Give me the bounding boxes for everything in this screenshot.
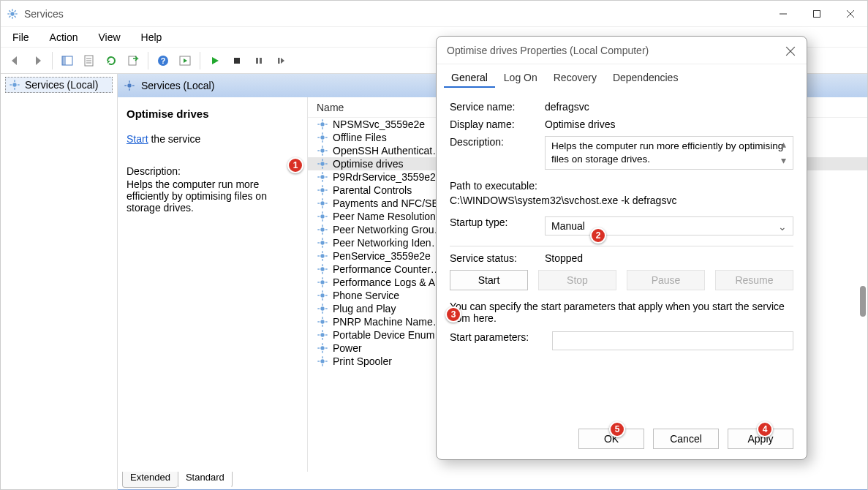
- menu-view[interactable]: View: [95, 30, 123, 45]
- menu-action[interactable]: Action: [47, 30, 81, 45]
- service-name: Optimise drives: [333, 158, 403, 170]
- svg-rect-24: [256, 58, 258, 64]
- service-name: Phone Service: [333, 290, 399, 301]
- annotation-4: 4: [757, 421, 773, 437]
- minimize-button[interactable]: [766, 1, 800, 27]
- svg-point-37: [320, 122, 324, 126]
- annotation-2: 2: [590, 227, 606, 244]
- svg-rect-25: [260, 58, 262, 64]
- forward-button[interactable]: [27, 50, 48, 71]
- pause-service-button[interactable]: [249, 50, 269, 71]
- export-button[interactable]: [123, 50, 143, 71]
- restart-service-button[interactable]: [271, 50, 291, 71]
- tab-standard[interactable]: Standard: [178, 472, 233, 488]
- gear-icon: [317, 329, 328, 341]
- start-suffix: the service: [148, 133, 201, 145]
- gear-icon: [317, 290, 328, 301]
- footer-tabs: Extended Standard: [122, 472, 233, 488]
- action-button[interactable]: [175, 50, 195, 71]
- gear-icon: [317, 342, 328, 354]
- start-link[interactable]: Start: [127, 133, 148, 145]
- dialog-close-button[interactable]: [782, 42, 799, 60]
- back-button[interactable]: [5, 50, 26, 71]
- service-name: Parental Controls: [333, 184, 412, 196]
- gear-icon: [317, 171, 328, 183]
- service-name-label: Service name:: [450, 101, 537, 113]
- svg-point-112: [320, 320, 324, 323]
- gear-icon: [124, 80, 135, 91]
- svg-rect-14: [62, 56, 66, 65]
- path-value: C:\WINDOWS\system32\svchost.exe -k defra…: [450, 195, 793, 206]
- titlebar: Services: [1, 1, 867, 27]
- gear-icon: [317, 303, 328, 314]
- start-button[interactable]: Start: [450, 270, 528, 290]
- gear-icon: [317, 224, 328, 235]
- dialog-tabs: General Log On Recovery Dependencies: [437, 64, 807, 88]
- gear-icon: [317, 197, 328, 209]
- svg-point-97: [320, 280, 324, 284]
- main-header-label: Services (Local): [141, 80, 214, 91]
- annotation-1: 1: [287, 157, 303, 173]
- svg-line-7: [9, 15, 10, 17]
- chevron-down-icon: ⌄: [778, 221, 787, 233]
- stop-service-button[interactable]: [227, 50, 247, 71]
- svg-point-107: [320, 306, 324, 310]
- close-button[interactable]: [834, 1, 867, 27]
- refresh-button[interactable]: [101, 50, 121, 71]
- help-button[interactable]: ?: [153, 50, 173, 71]
- startup-type-select[interactable]: Manual ⌄: [545, 216, 793, 235]
- properties-dialog: Optimise drives Properties (Local Comput…: [436, 36, 807, 460]
- menu-file[interactable]: File: [10, 30, 32, 45]
- tab-extended[interactable]: Extended: [122, 472, 178, 488]
- svg-point-122: [320, 346, 324, 350]
- show-hide-tree-button[interactable]: [57, 50, 78, 71]
- start-params-label: Start parameters:: [450, 331, 545, 343]
- tab-general[interactable]: General: [444, 69, 495, 88]
- menu-help[interactable]: Help: [138, 30, 165, 45]
- svg-point-102: [320, 293, 324, 297]
- divider: [450, 246, 793, 246]
- scroll-down-icon[interactable]: ▾: [781, 154, 791, 167]
- description-label: Description:: [450, 136, 537, 148]
- tab-dependencies[interactable]: Dependencies: [605, 69, 686, 88]
- gear-icon: [317, 316, 328, 328]
- service-name: Payments and NFC/SE…: [333, 197, 449, 209]
- stop-button: Stop: [538, 270, 616, 290]
- svg-line-6: [15, 15, 16, 17]
- services-window: Services File Action View Help ?: [0, 0, 868, 490]
- service-status-label: Service status:: [450, 252, 537, 264]
- resume-button: Resume: [715, 270, 793, 290]
- gear-icon: [317, 132, 328, 143]
- service-name: NPSMSvc_3559e2e: [333, 118, 425, 130]
- description-box[interactable]: Helps the computer run more efficiently …: [545, 136, 793, 170]
- svg-rect-19: [129, 56, 136, 65]
- service-name: P9RdrService_3559e2e: [333, 171, 442, 183]
- start-params-input[interactable]: [552, 331, 793, 350]
- path-label: Path to executable:: [450, 180, 793, 192]
- tab-logon[interactable]: Log On: [497, 69, 545, 88]
- maximize-button[interactable]: [800, 1, 834, 27]
- gear-icon: [317, 263, 328, 275]
- cancel-button[interactable]: Cancel: [653, 429, 719, 449]
- svg-rect-26: [278, 58, 280, 64]
- service-name: Peer Name Resolution…: [333, 211, 446, 222]
- description-value: Helps the computer run more efficiently …: [551, 140, 783, 165]
- svg-line-5: [9, 10, 10, 12]
- scroll-up-icon[interactable]: ▴: [781, 138, 791, 151]
- gear-icon: [317, 158, 328, 170]
- gear-icon: [317, 184, 328, 196]
- tree-root[interactable]: Services (Local): [5, 77, 113, 93]
- svg-point-47: [320, 148, 324, 152]
- start-service-button[interactable]: [205, 50, 225, 71]
- service-name: Offline Files: [333, 132, 387, 143]
- svg-point-27: [12, 83, 16, 86]
- scrollbar-thumb[interactable]: [860, 286, 866, 317]
- properties-button[interactable]: [79, 50, 99, 71]
- tab-recovery[interactable]: Recovery: [546, 69, 604, 88]
- dialog-title: Optimise drives Properties (Local Comput…: [437, 37, 807, 64]
- svg-point-127: [320, 359, 324, 363]
- gear-icon: [317, 211, 328, 222]
- svg-rect-10: [814, 11, 820, 18]
- services-icon: [7, 8, 18, 20]
- service-name: PenService_3559e2e: [333, 250, 431, 262]
